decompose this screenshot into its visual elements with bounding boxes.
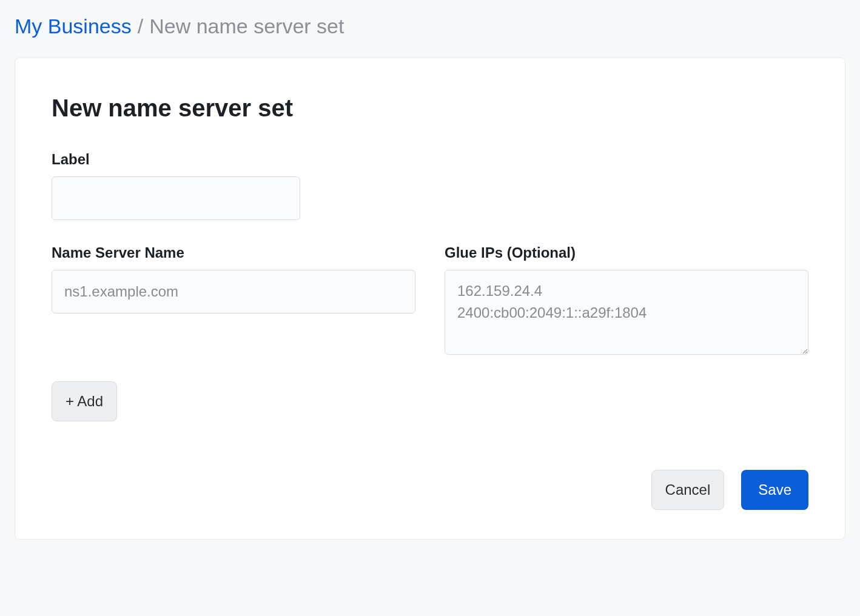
save-button[interactable]: Save bbox=[741, 470, 808, 510]
nameserver-row: Name Server Name Glue IPs (Optional) bbox=[52, 244, 808, 357]
add-button[interactable]: + Add bbox=[52, 381, 117, 421]
glueips-col: Glue IPs (Optional) bbox=[445, 244, 808, 357]
cancel-button[interactable]: Cancel bbox=[651, 470, 725, 510]
nameserver-col: Name Server Name bbox=[52, 244, 415, 313]
label-field-label: Label bbox=[52, 151, 808, 168]
breadcrumb: My Business / New name server set bbox=[15, 15, 845, 38]
label-input[interactable] bbox=[52, 176, 300, 220]
label-field-group: Label bbox=[52, 151, 808, 220]
nameserver-input[interactable] bbox=[52, 270, 415, 313]
breadcrumb-root-link[interactable]: My Business bbox=[15, 15, 132, 38]
page-title: New name server set bbox=[52, 95, 808, 122]
breadcrumb-separator: / bbox=[138, 15, 143, 38]
form-card: New name server set Label Name Server Na… bbox=[15, 58, 845, 540]
form-actions: Cancel Save bbox=[52, 470, 808, 510]
nameserver-label: Name Server Name bbox=[52, 244, 415, 261]
glueips-textarea[interactable] bbox=[445, 270, 808, 355]
breadcrumb-current: New name server set bbox=[149, 15, 344, 38]
glueips-label: Glue IPs (Optional) bbox=[445, 244, 808, 261]
